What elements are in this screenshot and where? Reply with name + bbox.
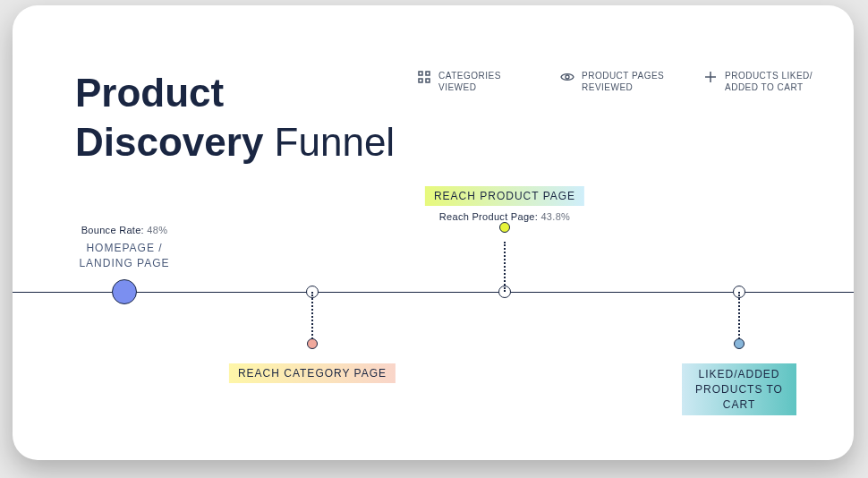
title-line2-light: Funnel (275, 120, 396, 164)
stage-product: REACH PRODUCT PAGE Reach Product Page: 4… (425, 186, 584, 222)
badge-category: REACH CATEGORY PAGE (229, 363, 396, 383)
stage-category: REACH CATEGORY PAGE (229, 363, 396, 383)
stage-liked: LIKED/ADDED PRODUCTS TO CART (682, 363, 796, 415)
stage-product-metric: Reach Product Page: 43.8% (425, 211, 584, 222)
dot-category-end (307, 338, 318, 349)
stem-category (311, 292, 313, 342)
title-line1: Product (75, 71, 224, 115)
svg-rect-1 (426, 72, 430, 75)
svg-rect-2 (419, 79, 422, 82)
node-homepage (112, 279, 137, 304)
legend-pages: PRODUCT PAGES REVIEWED (560, 70, 677, 93)
svg-rect-3 (426, 79, 430, 82)
dot-liked-end (734, 338, 745, 349)
stem-product (504, 242, 506, 292)
legend-pages-label: PRODUCT PAGES REVIEWED (582, 70, 677, 93)
node-product (498, 286, 511, 298)
stem-liked (738, 292, 740, 342)
stage-homepage-label: HOMEPAGE / LANDING PAGE (62, 241, 187, 271)
title-line2-bold: Discovery (75, 120, 263, 164)
grid-icon (417, 70, 431, 84)
node-liked (733, 286, 745, 298)
stage-homepage: Bounce Rate: 48% HOMEPAGE / LANDING PAGE (62, 225, 187, 271)
eye-icon (560, 70, 574, 84)
dot-homepage (112, 279, 137, 304)
badge-product: REACH PRODUCT PAGE (425, 186, 584, 206)
legend-categories: CATEGORIES VIEWED (417, 70, 533, 93)
badge-liked: LIKED/ADDED PRODUCTS TO CART (682, 363, 796, 415)
legend: CATEGORIES VIEWED PRODUCT PAGES REVIEWED… (417, 70, 820, 93)
node-category (306, 286, 319, 298)
svg-point-4 (566, 75, 569, 79)
timeline-axis (13, 292, 854, 293)
plus-icon (703, 70, 718, 84)
legend-liked-label: PRODUCTS LIKED/ ADDED TO CART (725, 70, 820, 93)
legend-categories-label: CATEGORIES VIEWED (438, 70, 533, 93)
svg-rect-0 (419, 72, 422, 75)
legend-liked: PRODUCTS LIKED/ ADDED TO CART (703, 70, 820, 93)
stage-homepage-metric: Bounce Rate: 48% (62, 225, 187, 235)
funnel-card: Product Discovery Funnel CATEGORIES VIEW… (13, 5, 854, 460)
page-title: Product Discovery Funnel (75, 68, 395, 166)
dot-product-end (499, 222, 510, 233)
